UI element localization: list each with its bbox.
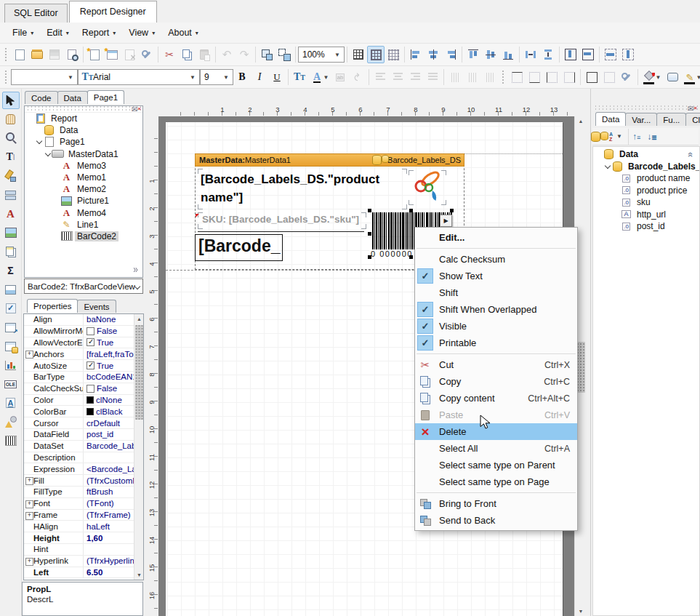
richtext-object-button[interactable] <box>2 394 20 412</box>
font-name-select[interactable]: Arial▼ <box>78 69 200 85</box>
tree-row[interactable]: MasterData1 <box>25 148 142 160</box>
expand-icon[interactable] <box>24 417 33 428</box>
property-value[interactable]: (TfrxFrame) <box>84 510 134 521</box>
panel-grip[interactable]: ✉ <box>25 106 142 113</box>
tree-row[interactable]: Data <box>25 124 142 136</box>
center-vertically-button[interactable] <box>579 46 597 63</box>
context-menu-item[interactable]: Select same type on Parent <box>415 457 577 473</box>
font-color-button[interactable]: ▼ <box>308 68 331 86</box>
more-chevron-icon[interactable]: » <box>133 263 138 276</box>
expander-icon[interactable] <box>44 153 52 156</box>
delete-page-button[interactable] <box>121 46 138 63</box>
expand-icon[interactable] <box>24 532 33 543</box>
preview-button[interactable] <box>63 46 81 63</box>
tree-node-label[interactable]: Memo2 <box>75 184 108 194</box>
new-report-button[interactable] <box>11 46 28 63</box>
save-report-button[interactable] <box>46 46 63 63</box>
db-crosstab-object-button[interactable] <box>2 337 20 355</box>
frame-top-button[interactable] <box>508 68 526 86</box>
data-panel-tab[interactable]: Fu... <box>656 113 686 126</box>
tree-row[interactable]: Data « <box>593 148 699 161</box>
text-align-center-button[interactable] <box>389 68 406 86</box>
property-value[interactable]: ftBrush <box>84 487 134 497</box>
show-grid-button[interactable] <box>350 46 367 63</box>
property-row[interactable]: HAlign haLeft <box>24 521 134 532</box>
text-edit-tool-button[interactable] <box>2 148 20 166</box>
property-value[interactable]: <Barcode_La <box>84 463 134 474</box>
expand-all-icon[interactable]: ↓≣ <box>647 132 656 142</box>
menu-item[interactable]: About▾ <box>161 24 205 41</box>
property-value[interactable]: Barcode_Lab <box>84 441 134 452</box>
expand-icon[interactable] <box>24 487 33 497</box>
context-menu-item[interactable]: Calc Checksum <box>415 251 577 268</box>
expand-icon[interactable] <box>24 372 33 383</box>
checkbox-object-button[interactable] <box>2 300 20 317</box>
expander-icon[interactable] <box>35 140 43 143</box>
collapse-panel-icon[interactable]: « <box>685 152 696 157</box>
property-row[interactable]: AllowVectorE True <box>24 337 134 349</box>
window-tab[interactable]: SQL Editor <box>4 4 68 23</box>
context-menu-item[interactable]: Visible <box>415 318 577 335</box>
context-menu-item[interactable]: Send to Back <box>415 512 577 529</box>
tree-node-label[interactable]: Memo3 <box>75 161 108 171</box>
property-row[interactable]: BarType bcCodeEAN1 <box>24 372 134 383</box>
ungroup-button[interactable] <box>275 46 293 63</box>
context-menu-item[interactable]: Copy content Ctrl+Alt+C <box>415 390 577 407</box>
toolbar-grip[interactable] <box>4 47 8 62</box>
frame-left-button[interactable] <box>543 68 560 86</box>
property-value[interactable] <box>84 544 134 555</box>
align-centers-button[interactable] <box>425 46 442 63</box>
tree-row[interactable]: BarCode2 <box>25 231 142 242</box>
tree-row[interactable]: product price « <box>593 185 699 197</box>
scroll-thumb[interactable] <box>135 325 143 420</box>
insert-band-button[interactable] <box>2 186 20 204</box>
menu-item[interactable]: View▾ <box>122 24 161 41</box>
select-tool-button[interactable] <box>2 92 20 109</box>
expand-icon[interactable] <box>24 314 33 325</box>
property-row[interactable]: Description <box>24 452 134 464</box>
frame-settings-button[interactable] <box>618 68 635 86</box>
sort-az-icon[interactable]: AZ <box>609 132 613 142</box>
context-menu-item[interactable]: Edit... <box>415 229 577 246</box>
barcode-object-button[interactable] <box>2 432 20 449</box>
property-value[interactable]: True <box>84 337 134 348</box>
expand-icon[interactable] <box>24 326 33 337</box>
context-menu-item[interactable] <box>415 246 577 251</box>
frame-right-button[interactable] <box>560 68 578 86</box>
line-color-button[interactable]: ▼ <box>681 68 700 86</box>
tree-node-label[interactable]: Page1 <box>57 137 87 147</box>
ole-object-button[interactable] <box>2 375 20 393</box>
text-justify-button[interactable] <box>424 68 441 86</box>
chart-object-button[interactable] <box>2 356 20 374</box>
property-value[interactable]: 1,60 <box>84 532 134 543</box>
property-row[interactable]: FillType ftBrush <box>24 487 134 498</box>
tree-row[interactable]: Memo2 <box>25 183 142 195</box>
tree-row[interactable]: Line1 <box>25 219 142 231</box>
selection-handle[interactable] <box>450 209 454 212</box>
property-row[interactable]: Left 6.50 <box>24 567 134 579</box>
scroll-down-icon[interactable]: ▼ <box>134 570 144 580</box>
paste-button[interactable] <box>196 46 213 63</box>
context-menu-item[interactable]: Select All Ctrl+A <box>415 440 577 457</box>
property-row[interactable]: Hyperlink (TfrxHyperlin <box>24 556 134 567</box>
chevron-down-icon[interactable]: ▼ <box>616 133 622 140</box>
collapse-all-icon[interactable]: ↑≡ <box>632 132 640 142</box>
expand-icon[interactable] <box>24 567 33 578</box>
font-settings-button[interactable] <box>291 68 308 86</box>
crosstab-object-button[interactable] <box>2 319 20 336</box>
tree-node-label[interactable]: Memo4 <box>75 208 108 218</box>
gradient-object-button[interactable] <box>2 281 20 298</box>
scroll-up-icon[interactable]: ▲ <box>575 116 587 126</box>
undo-button[interactable] <box>218 46 236 63</box>
tree-node-label[interactable]: http_url <box>635 209 668 220</box>
picture-object[interactable] <box>409 170 446 205</box>
subreport-object-button[interactable] <box>2 243 20 260</box>
property-row[interactable]: Fill (TfrxCustomF <box>24 475 134 487</box>
property-value[interactable]: False <box>84 383 134 394</box>
space-vertically-button[interactable] <box>539 46 557 63</box>
page-tab[interactable]: Page1 <box>87 90 124 104</box>
property-row[interactable]: Font (TFont) <box>24 498 134 510</box>
selection-handle[interactable] <box>409 209 413 212</box>
aggregate-object-button[interactable] <box>2 262 20 279</box>
menu-item[interactable]: Report▾ <box>76 24 123 41</box>
